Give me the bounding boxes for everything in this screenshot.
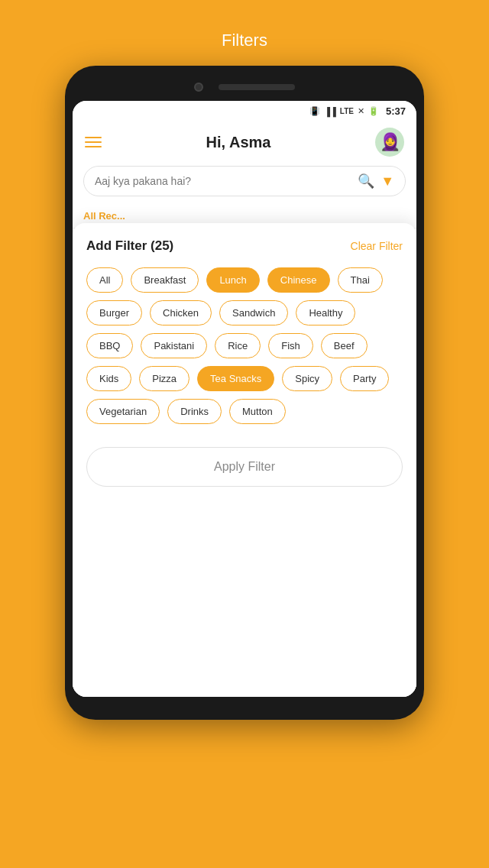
phone-speaker bbox=[219, 84, 295, 90]
vibrate-icon: 📳 bbox=[309, 106, 320, 116]
filter-tag-pakistani[interactable]: Pakistani bbox=[141, 333, 207, 358]
filter-tag-bbq[interactable]: BBQ bbox=[86, 333, 133, 358]
status-bar: 📳 ▐▐ LTE ✕ 🔋 5:37 bbox=[73, 101, 416, 121]
phone-camera-bar bbox=[73, 79, 416, 101]
search-icon[interactable]: 🔍 bbox=[358, 173, 374, 189]
filter-tag-tea-snacks[interactable]: Tea Snacks bbox=[197, 366, 274, 391]
signal-icon: ▐▐ bbox=[324, 107, 336, 116]
search-bar[interactable]: 🔍 ▼ bbox=[83, 166, 406, 196]
apply-filter-button[interactable]: Apply Filter bbox=[86, 447, 403, 487]
filter-tags-container: AllBreakfastLunchChineseThaiBurgerChicke… bbox=[86, 267, 403, 424]
battery-icon: 🔋 bbox=[368, 106, 379, 116]
status-time: 5:37 bbox=[386, 105, 406, 117]
phone-camera bbox=[194, 83, 203, 92]
filter-header: Add Filter (25) Clear Filter bbox=[86, 238, 403, 254]
phone-frame: 📳 ▐▐ LTE ✕ 🔋 5:37 Hi, Asma 🧕 🔍 bbox=[65, 66, 424, 720]
filter-tag-healthy[interactable]: Healthy bbox=[296, 300, 355, 326]
filter-tag-chicken[interactable]: Chicken bbox=[150, 300, 212, 326]
app-header: Hi, Asma 🧕 bbox=[73, 121, 416, 166]
wifi-icon: ✕ bbox=[358, 106, 364, 116]
search-input[interactable] bbox=[95, 175, 351, 187]
filter-tag-party[interactable]: Party bbox=[340, 366, 389, 391]
filter-icon[interactable]: ▼ bbox=[381, 173, 394, 189]
filter-title: Add Filter (25) bbox=[86, 238, 173, 254]
filter-tag-beef[interactable]: Beef bbox=[321, 333, 368, 358]
filter-tag-pizza[interactable]: Pizza bbox=[139, 366, 189, 391]
filter-tag-drinks[interactable]: Drinks bbox=[167, 399, 222, 424]
filter-tag-kids[interactable]: Kids bbox=[86, 366, 131, 391]
lte-icon: LTE bbox=[340, 107, 354, 115]
clear-filter-button[interactable]: Clear Filter bbox=[351, 240, 403, 252]
filter-tag-thai[interactable]: Thai bbox=[338, 267, 383, 293]
filter-modal: Add Filter (25) Clear Filter AllBreakfas… bbox=[73, 223, 416, 697]
filter-tag-lunch[interactable]: Lunch bbox=[206, 267, 259, 293]
avatar[interactable]: 🧕 bbox=[375, 128, 404, 157]
filter-tag-vegetarian[interactable]: Vegetarian bbox=[86, 399, 160, 424]
phone-screen: 📳 ▐▐ LTE ✕ 🔋 5:37 Hi, Asma 🧕 🔍 bbox=[73, 101, 416, 697]
filter-tag-burger[interactable]: Burger bbox=[86, 300, 142, 326]
app-greeting: Hi, Asma bbox=[206, 134, 271, 151]
filter-tag-mutton[interactable]: Mutton bbox=[229, 399, 286, 424]
filter-tag-all[interactable]: All bbox=[86, 267, 123, 293]
filter-tag-chinese[interactable]: Chinese bbox=[267, 267, 330, 293]
filter-tag-rice[interactable]: Rice bbox=[215, 333, 261, 358]
filter-tag-fish[interactable]: Fish bbox=[268, 333, 313, 358]
page-title: Filters bbox=[0, 0, 489, 66]
filter-tag-sandwich[interactable]: Sandwich bbox=[219, 300, 288, 326]
filter-tag-breakfast[interactable]: Breakfast bbox=[131, 267, 199, 293]
filter-tag-spicy[interactable]: Spicy bbox=[282, 366, 332, 391]
hamburger-menu[interactable] bbox=[85, 137, 102, 147]
